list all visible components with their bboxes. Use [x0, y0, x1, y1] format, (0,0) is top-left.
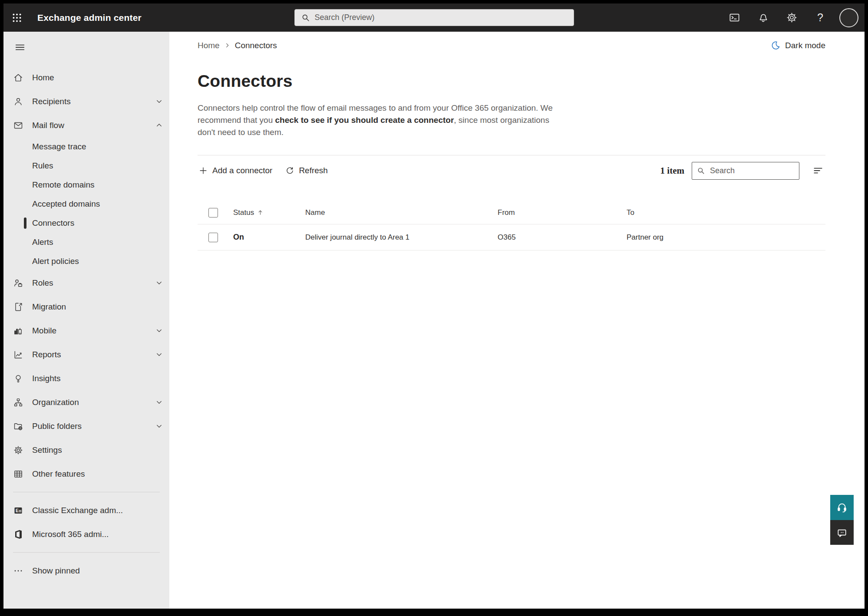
- content-divider: [198, 155, 825, 155]
- sidebar-item-microsoft-365-admin[interactable]: Microsoft 365 admi...: [3, 522, 169, 546]
- sidebar-item-alert-policies[interactable]: Alert policies: [3, 252, 169, 271]
- table-header-row: Status Name From To: [198, 201, 825, 224]
- public-folders-icon: [13, 421, 23, 432]
- help-icon[interactable]: ?: [811, 8, 830, 27]
- top-app-bar: Exchange admin center: [3, 3, 865, 32]
- connector-status: On: [233, 233, 305, 242]
- sidebar-item-classic-exchange-admin[interactable]: E Classic Exchange adm...: [3, 498, 169, 522]
- main-content: Home Connectors Dark mode Connectors Con…: [169, 32, 865, 609]
- feedback-button[interactable]: [830, 520, 854, 545]
- page-description: Connectors help control the flow of emai…: [198, 102, 567, 138]
- sidebar-item-recipients[interactable]: Recipients: [3, 89, 169, 113]
- breadcrumb-current: Connectors: [235, 41, 277, 50]
- headset-icon: [836, 501, 848, 514]
- list-search-box[interactable]: [692, 162, 799, 180]
- sidebar-item-label: Recipients: [32, 97, 71, 106]
- sidebar-item-label: Mail flow: [32, 121, 64, 130]
- breadcrumb-home-link[interactable]: Home: [198, 41, 220, 50]
- sidebar-item-mobile[interactable]: Mobile: [3, 319, 169, 343]
- home-icon: [13, 72, 23, 83]
- gear-icon: [13, 445, 23, 455]
- chevron-right-icon: [224, 42, 231, 49]
- sidebar-divider: [13, 492, 160, 492]
- sidebar-item-accepted-domains[interactable]: Accepted domains: [3, 194, 169, 214]
- sidebar-item-public-folders[interactable]: Public folders: [3, 414, 169, 438]
- chevron-down-icon: [155, 326, 163, 335]
- sort-ascending-arrow-icon: [257, 209, 264, 216]
- sidebar-item-organization[interactable]: Organization: [3, 390, 169, 414]
- app-title: Exchange admin center: [37, 13, 142, 23]
- hamburger-menu-icon[interactable]: [10, 39, 30, 56]
- refresh-icon: [285, 166, 294, 175]
- breadcrumb: Home Connectors: [198, 41, 277, 50]
- exchange-admin-center-window: Exchange admin center: [3, 3, 865, 609]
- search-icon: [696, 166, 706, 175]
- connectors-table: Status Name From To On Deliver journal d…: [198, 201, 825, 250]
- table-row[interactable]: On Deliver journal directly to Area 1 O3…: [198, 224, 825, 250]
- list-toolbar: Add a connector Refresh 1 item: [198, 161, 825, 180]
- plus-icon: [198, 166, 208, 175]
- item-count: 1 item: [660, 165, 684, 176]
- floating-buttons: [830, 495, 854, 545]
- chevron-down-icon: [155, 350, 163, 359]
- list-search-input[interactable]: [710, 166, 795, 175]
- sidebar-item-connectors[interactable]: Connectors: [3, 214, 169, 233]
- sidebar-divider: [13, 552, 160, 553]
- support-button[interactable]: [830, 495, 854, 520]
- sidebar-item-insights[interactable]: Insights: [3, 366, 169, 390]
- chevron-down-icon: [155, 398, 163, 407]
- connector-name[interactable]: Deliver journal directly to Area 1: [305, 233, 498, 242]
- filter-sort-icon[interactable]: [811, 163, 825, 178]
- powershell-terminal-icon[interactable]: [725, 8, 744, 27]
- moon-icon: [771, 40, 781, 50]
- sidebar-item-label: Home: [32, 73, 54, 82]
- other-features-grid-icon: [13, 469, 23, 479]
- sidebar-item-mail-flow[interactable]: Mail flow: [3, 113, 169, 137]
- sidebar-item-message-trace[interactable]: Message trace: [3, 137, 169, 156]
- chevron-down-icon: [155, 422, 163, 431]
- connector-to: Partner org: [627, 233, 825, 242]
- row-checkbox[interactable]: [208, 233, 218, 242]
- insights-lightbulb-icon: [13, 373, 23, 384]
- sidebar-item-settings[interactable]: Settings: [3, 438, 169, 462]
- add-connector-button[interactable]: Add a connector: [198, 163, 273, 178]
- search-icon: [301, 13, 310, 23]
- account-avatar[interactable]: [839, 8, 858, 27]
- left-navigation: Home Recipients: [3, 32, 169, 609]
- microsoft-365-icon: [13, 529, 23, 540]
- mail-icon: [13, 120, 23, 131]
- organization-icon: [13, 397, 23, 408]
- app-launcher-waffle-icon[interactable]: [7, 8, 27, 28]
- column-header-to[interactable]: To: [627, 208, 825, 217]
- dark-mode-label: Dark mode: [785, 41, 825, 50]
- mobile-icon: [13, 326, 23, 336]
- chevron-down-icon: [155, 279, 163, 287]
- refresh-button[interactable]: Refresh: [284, 163, 329, 178]
- settings-gear-icon[interactable]: [782, 8, 801, 27]
- column-header-from[interactable]: From: [498, 208, 627, 217]
- page-title: Connectors: [198, 72, 825, 91]
- select-all-checkbox[interactable]: [208, 208, 218, 217]
- global-search-input[interactable]: [315, 13, 568, 22]
- roles-icon: [13, 278, 23, 288]
- sidebar-item-remote-domains[interactable]: Remote domains: [3, 175, 169, 194]
- chevron-down-icon: [155, 97, 163, 106]
- sidebar-item-roles[interactable]: Roles: [3, 271, 169, 295]
- column-header-status[interactable]: Status: [233, 208, 305, 217]
- sidebar-item-rules[interactable]: Rules: [3, 156, 169, 175]
- create-connector-check-link[interactable]: check to see if you should create a conn…: [275, 115, 454, 125]
- global-search-box[interactable]: [294, 9, 574, 26]
- sidebar-item-reports[interactable]: Reports: [3, 343, 169, 366]
- svg-text:E: E: [16, 508, 19, 513]
- notifications-bell-icon[interactable]: [753, 8, 772, 27]
- sidebar-item-migration[interactable]: Migration: [3, 295, 169, 319]
- sidebar-item-other-features[interactable]: Other features: [3, 462, 169, 486]
- dark-mode-toggle[interactable]: Dark mode: [771, 40, 825, 50]
- sidebar-item-home[interactable]: Home: [3, 66, 169, 89]
- exchange-classic-icon: E: [13, 505, 23, 516]
- feedback-bubble-icon: [836, 527, 848, 538]
- sidebar-item-show-pinned[interactable]: Show pinned: [3, 559, 169, 583]
- column-header-name[interactable]: Name: [305, 208, 498, 217]
- sidebar-item-alerts[interactable]: Alerts: [3, 233, 169, 252]
- migration-icon: [13, 302, 23, 312]
